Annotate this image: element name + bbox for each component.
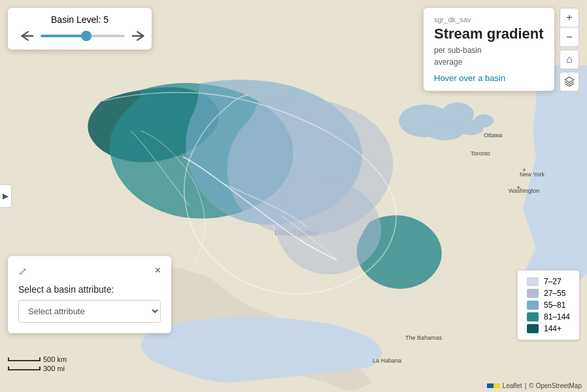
svg-text:Toronto: Toronto — [471, 150, 490, 157]
legend-label-5: 144+ — [544, 324, 562, 333]
basin-level-decrease[interactable] — [18, 30, 35, 42]
svg-point-12 — [517, 186, 520, 189]
layers-icon — [564, 76, 575, 87]
home-button[interactable]: ⌂ — [560, 50, 579, 69]
zoom-out-button[interactable]: − — [560, 27, 579, 47]
attribution: Leaflet | © OpenStreetMap — [487, 382, 582, 389]
info-panel: sgr_dk_sav Stream gradient per sub-basin… — [424, 8, 554, 91]
flag-blue — [487, 384, 494, 388]
legend-swatch-5 — [527, 324, 539, 333]
slider-row — [18, 30, 141, 42]
scale-line-mi — [8, 367, 41, 370]
attribute-panel: ⤢ × Select a basin attribute: Select att… — [8, 256, 171, 333]
scale-mi: 300 mi — [8, 365, 67, 372]
leaflet-label[interactable]: Leaflet — [503, 382, 522, 389]
basin-level-slider[interactable] — [41, 35, 125, 37]
attribute-select[interactable]: Select attribute Stream gradient Elevati… — [18, 300, 161, 323]
scale-km: 500 km — [8, 355, 67, 363]
legend-item-1: 7–27 — [527, 277, 570, 286]
legend-swatch-3 — [527, 301, 539, 310]
svg-point-5 — [474, 114, 494, 127]
svg-text:Ottawa: Ottawa — [484, 132, 503, 139]
legend: 7–27 27–55 55–81 81–144 144+ — [518, 270, 579, 340]
basin-level-increase[interactable] — [130, 30, 147, 42]
layers-button[interactable] — [560, 72, 579, 91]
svg-point-13 — [523, 169, 526, 171]
scale-bar: 500 km 300 mi — [8, 355, 67, 374]
legend-swatch-4 — [527, 312, 539, 321]
map-controls: + − ⌂ — [560, 8, 579, 91]
drag-handle[interactable]: ⤢ — [18, 265, 27, 278]
collapse-button[interactable]: ▶ — [0, 184, 12, 208]
flag-yellow — [494, 384, 500, 388]
scale-line-km — [8, 357, 41, 361]
info-title: Stream gradient — [434, 26, 544, 42]
legend-label-4: 81–144 — [544, 312, 570, 321]
attribute-panel-title: Select a basin attribute: — [18, 284, 161, 295]
scale-mi-label: 300 mi — [43, 365, 65, 372]
ukraine-flag — [487, 384, 500, 388]
info-attr-code: sgr_dk_sav — [434, 16, 544, 24]
map-container[interactable]: The Bahamas La Habana Ottawa Toronto New… — [0, 0, 587, 392]
close-button[interactable]: × — [155, 265, 161, 276]
legend-item-5: 144+ — [527, 324, 570, 333]
legend-item-2: 27–55 — [527, 289, 570, 298]
svg-point-3 — [425, 121, 464, 140]
svg-text:Washington: Washington — [509, 188, 539, 194]
legend-label-1: 7–27 — [544, 277, 562, 286]
legend-item-3: 55–81 — [527, 301, 570, 310]
legend-swatch-2 — [527, 289, 539, 298]
legend-item-4: 81–144 — [527, 312, 570, 321]
svg-text:New York: New York — [520, 171, 545, 178]
attribution-separator: | — [525, 382, 527, 389]
scale-km-label: 500 km — [43, 355, 67, 363]
basin-level-title: Basin Level: 5 — [18, 14, 141, 25]
svg-text:The Bahamas: The Bahamas — [405, 335, 443, 341]
svg-text:La Habana: La Habana — [373, 357, 401, 364]
legend-label-2: 27–55 — [544, 289, 565, 298]
legend-swatch-1 — [527, 277, 539, 286]
osm-label[interactable]: © OpenStreetMap — [529, 382, 582, 389]
info-subtitle: per sub-basinaverage — [434, 44, 544, 68]
attribute-panel-header: ⤢ × — [18, 265, 161, 278]
legend-label-3: 55–81 — [544, 301, 565, 310]
info-hover-text: Hover over a basin — [434, 73, 544, 83]
basin-level-control: Basin Level: 5 — [8, 8, 152, 50]
zoom-in-button[interactable]: + — [560, 8, 579, 27]
